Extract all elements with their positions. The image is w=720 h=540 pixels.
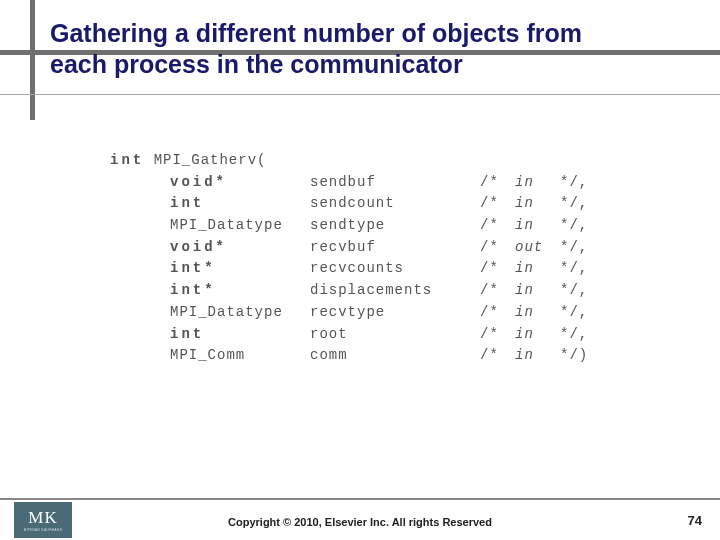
param-direction: in (515, 280, 560, 302)
param-type: void* (170, 237, 310, 259)
param-name: comm (310, 345, 480, 367)
comment-close: */, (560, 217, 588, 233)
comment-open: /* (480, 237, 515, 259)
page-number: 74 (688, 513, 702, 528)
param-type: MPI_Comm (170, 345, 310, 367)
comment-close: */, (560, 174, 588, 190)
param-name: root (310, 324, 480, 346)
comment-open: /* (480, 258, 515, 280)
comment-close: */, (560, 260, 588, 276)
slide-title: Gathering a different number of objects … (50, 18, 720, 81)
param-direction: in (515, 302, 560, 324)
code-signature: int MPI_Gatherv( void*sendbuf/*in*/,ints… (110, 150, 588, 367)
comment-close: */, (560, 195, 588, 211)
param-row: MPI_Commcomm/*in*/) (110, 345, 588, 367)
copyright-text: Copyright © 2010, Elsevier Inc. All righ… (0, 516, 720, 528)
comment-open: /* (480, 302, 515, 324)
param-name: recvcounts (310, 258, 480, 280)
param-name: sendbuf (310, 172, 480, 194)
comment-open: /* (480, 193, 515, 215)
param-type: int* (170, 258, 310, 280)
param-type: MPI_Datatype (170, 215, 310, 237)
code-decl-line: int MPI_Gatherv( (110, 150, 588, 172)
title-line-2: each process in the communicator (50, 50, 463, 78)
param-type: MPI_Datatype (170, 302, 310, 324)
param-row: void*sendbuf/*in*/, (110, 172, 588, 194)
comment-close: */, (560, 304, 588, 320)
footer: MK MORGAN KAUFMANN Copyright © 2010, Els… (0, 498, 720, 540)
param-direction: in (515, 324, 560, 346)
comment-open: /* (480, 280, 515, 302)
param-name: displacements (310, 280, 480, 302)
param-name: sendcount (310, 193, 480, 215)
param-row: MPI_Datatyperecvtype/*in*/, (110, 302, 588, 324)
param-row: intsendcount/*in*/, (110, 193, 588, 215)
param-row: int*displacements/*in*/, (110, 280, 588, 302)
param-row: int*recvcounts/*in*/, (110, 258, 588, 280)
param-direction: in (515, 345, 560, 367)
comment-open: /* (480, 172, 515, 194)
param-direction: out (515, 237, 560, 259)
param-name: recvbuf (310, 237, 480, 259)
param-direction: in (515, 193, 560, 215)
param-direction: in (515, 172, 560, 194)
param-type: void* (170, 172, 310, 194)
param-direction: in (515, 215, 560, 237)
title-line-1: Gathering a different number of objects … (50, 19, 582, 47)
comment-close: */) (560, 347, 588, 363)
param-type: int* (170, 280, 310, 302)
function-name: MPI_Gatherv( (154, 152, 267, 168)
decor-vertical-bar (30, 0, 35, 120)
param-type: int (170, 193, 310, 215)
header: Gathering a different number of objects … (0, 0, 720, 81)
logo-subtext: MORGAN KAUFMANN (24, 528, 63, 532)
comment-open: /* (480, 324, 515, 346)
comment-close: */, (560, 326, 588, 342)
param-row: introot/*in*/, (110, 324, 588, 346)
decor-horizontal-line (0, 94, 720, 95)
comment-open: /* (480, 345, 515, 367)
footer-divider (0, 498, 720, 500)
return-type: int (110, 152, 144, 168)
param-row: MPI_Datatypesendtype/*in*/, (110, 215, 588, 237)
comment-close: */, (560, 239, 588, 255)
param-type: int (170, 324, 310, 346)
comment-open: /* (480, 215, 515, 237)
comment-close: */, (560, 282, 588, 298)
param-row: void*recvbuf/*out*/, (110, 237, 588, 259)
param-name: recvtype (310, 302, 480, 324)
param-name: sendtype (310, 215, 480, 237)
param-direction: in (515, 258, 560, 280)
